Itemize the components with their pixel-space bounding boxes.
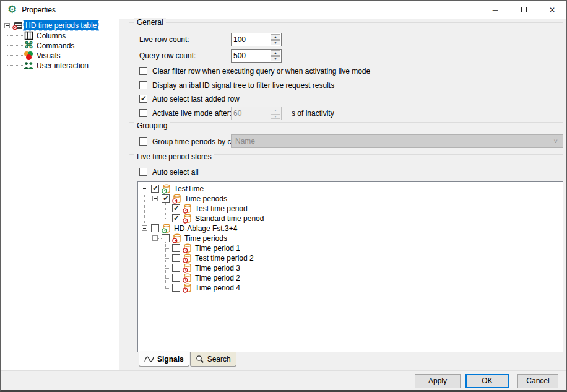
time-period-store-icon: [162, 224, 171, 233]
tree-item-label: HD-Ablage Fst.3+4: [174, 224, 237, 233]
auto-select-last-row-checkbox[interactable]: [139, 95, 147, 103]
nav-item-label: User interaction: [37, 61, 89, 70]
spin-up-button[interactable]: ▲: [271, 50, 280, 56]
tree-item[interactable]: Time periods: [138, 233, 563, 243]
search-icon: [196, 355, 204, 364]
chevron-down-icon: ˅: [554, 135, 558, 147]
tree-item[interactable]: Time period 2: [138, 273, 563, 283]
time-period-store-icon: [183, 283, 193, 293]
time-period-store-icon: [172, 233, 182, 243]
tree-item[interactable]: TestTime: [138, 184, 563, 194]
combo-value: Name: [235, 137, 255, 146]
checkbox-label: Activate live mode after:: [152, 109, 232, 118]
tree-item[interactable]: Test time period: [138, 204, 563, 214]
nav-item-label: HD time periods table: [24, 20, 98, 30]
query-row-count-input[interactable]: [233, 50, 269, 61]
group-grouping: Grouping Group time periods by column na…: [129, 126, 563, 155]
tree-item-checkbox[interactable]: [172, 244, 180, 252]
time-period-store-icon: [162, 184, 171, 194]
tree-item[interactable]: Time period 4: [138, 283, 563, 293]
time-period-store-icon: [183, 263, 193, 273]
signal-wave-icon: [144, 355, 154, 363]
group-title: Grouping: [134, 121, 170, 130]
query-row-count-label: Query row count:: [139, 51, 196, 60]
query-row-count-spinner[interactable]: ▲ ▼: [231, 49, 282, 63]
store-tree[interactable]: TestTimeTime periodsTest time periodStan…: [137, 181, 563, 352]
tree-item-checkbox[interactable]: [162, 234, 170, 242]
tree-item-checkbox[interactable]: [172, 204, 180, 212]
inactivity-input: [233, 108, 269, 119]
collapse-expander[interactable]: [4, 23, 10, 28]
nav-item-columns[interactable]: Columns: [1, 31, 119, 41]
display-signal-tree-checkbox[interactable]: [139, 81, 147, 89]
tree-connector: [165, 288, 171, 289]
minimize-button[interactable]: ─: [481, 1, 509, 19]
tree-item-label: Time period 3: [195, 264, 240, 272]
tree-item-label: Test time period 2: [195, 254, 254, 263]
tree-connector: [165, 242, 166, 288]
ok-button[interactable]: OK: [465, 374, 509, 388]
tree-item-checkbox[interactable]: [172, 284, 180, 292]
auto-select-all-checkbox[interactable]: [139, 168, 147, 176]
users-icon: [24, 61, 33, 71]
tree-item-label: Time period 1: [195, 244, 240, 253]
tree-item-checkbox[interactable]: [172, 214, 180, 222]
tree-item[interactable]: Time period 1: [138, 243, 563, 253]
time-period-store-icon: [183, 253, 193, 263]
nav-item-commands[interactable]: ⌘ Commands: [1, 41, 119, 51]
tree-item-checkbox[interactable]: [151, 224, 159, 232]
tab-search[interactable]: Search: [190, 352, 236, 367]
group-by-column-checkbox[interactable]: [139, 137, 147, 146]
title-bar: ⚙ Properties ─ ✕: [1, 1, 566, 19]
spin-down-button[interactable]: ▼: [271, 40, 280, 46]
group-general: General Live row count: ▲ ▼ Query row co…: [129, 22, 563, 123]
nav-item-hd-time-periods-table[interactable]: HD time periods table: [1, 21, 119, 31]
nav-item-user-interaction[interactable]: User interaction: [1, 61, 119, 71]
tree-item[interactable]: Time period 3: [138, 263, 563, 273]
checkbox-label: Clear filter row when executing query or…: [152, 67, 370, 76]
tree-item-label: Time periods: [184, 234, 227, 243]
tree-item[interactable]: Test time period 2: [138, 253, 563, 263]
tree-item-checkbox[interactable]: [162, 194, 170, 203]
tree-connector: [165, 248, 171, 249]
collapse-expander[interactable]: [142, 225, 147, 231]
tree-item[interactable]: Standard time period: [138, 214, 563, 224]
tree-item-checkbox[interactable]: [151, 185, 159, 193]
inactivity-suffix-label: s of inactivity: [292, 109, 334, 118]
tree-connector: [155, 193, 155, 219]
tree-connector: [165, 203, 166, 219]
clear-filter-row-checkbox[interactable]: [139, 67, 147, 75]
tree-item-checkbox[interactable]: [172, 264, 180, 272]
tree-item[interactable]: Time periods: [138, 194, 563, 204]
nav-item-visuals[interactable]: Visuals: [1, 51, 119, 61]
close-button[interactable]: ✕: [538, 1, 566, 19]
activate-live-mode-checkbox[interactable]: [139, 109, 147, 117]
spin-up-button[interactable]: ▲: [271, 34, 280, 40]
command-icon: ⌘: [24, 40, 34, 50]
tab-label: Search: [207, 355, 231, 364]
tree-item-checkbox[interactable]: [172, 254, 180, 262]
nav-item-label: Commands: [37, 41, 74, 50]
spin-down-button[interactable]: ▼: [271, 56, 280, 62]
tree-item-label: Standard time period: [195, 214, 264, 223]
collapse-expander[interactable]: [142, 186, 147, 191]
apply-button[interactable]: Apply: [415, 374, 461, 388]
live-row-count-spinner[interactable]: ▲ ▼: [231, 33, 282, 46]
tree-item-checkbox[interactable]: [172, 274, 180, 282]
tree-connector: [165, 219, 171, 219]
auto-select-all-label: Auto select all: [152, 168, 199, 176]
cancel-button[interactable]: Cancel: [517, 374, 558, 388]
maximize-button[interactable]: [509, 1, 538, 19]
time-period-store-icon: [183, 214, 193, 224]
dialog-footer: Apply OK Cancel: [1, 370, 566, 391]
nav-item-label: Columns: [37, 32, 66, 40]
tree-tab-strip: Signals Search: [139, 352, 237, 368]
visuals-icon: [24, 51, 34, 61]
checkbox-label: Auto select last added row: [152, 95, 240, 103]
checkbox-label: Display an ibaHD signal tree to filter l…: [152, 81, 334, 90]
inactivity-spinner: ▲ ▼: [231, 107, 282, 120]
tree-item[interactable]: HD-Ablage Fst.3+4: [138, 224, 563, 233]
live-row-count-input[interactable]: [233, 34, 269, 45]
group-title: General: [134, 18, 166, 27]
tab-signals[interactable]: Signals: [139, 351, 189, 367]
